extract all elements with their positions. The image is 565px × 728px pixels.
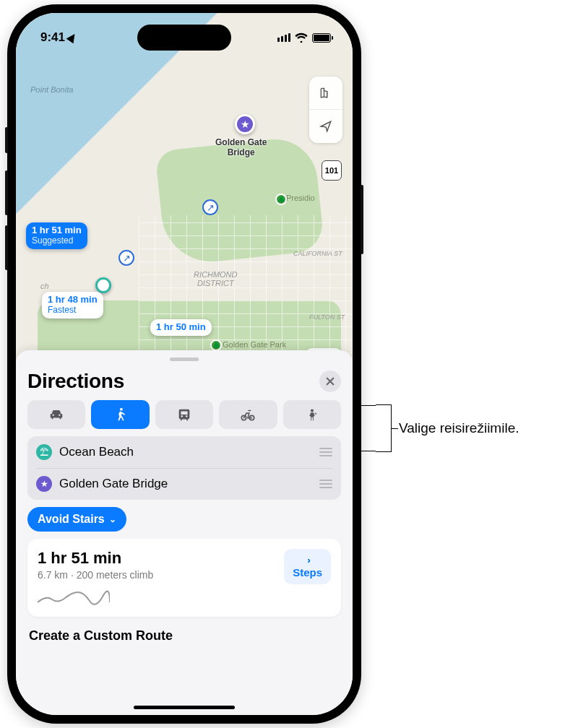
destination-label: Golden Gate Bridge xyxy=(215,137,267,157)
park-poi-icon: 🌲 xyxy=(275,194,287,205)
reorder-handle-icon[interactable] xyxy=(319,448,332,456)
mode-driving[interactable] xyxy=(27,400,85,429)
map-label: ch xyxy=(40,282,49,290)
map-label: Point Bonita xyxy=(30,85,73,94)
route-label-suggested[interactable]: 1 hr 51 min Suggested xyxy=(26,222,87,249)
volume-up-button xyxy=(5,170,8,215)
walk-icon xyxy=(113,407,129,422)
mode-rideshare[interactable] xyxy=(283,400,341,429)
mode-transit[interactable] xyxy=(155,400,213,429)
power-button xyxy=(361,185,363,254)
map-controls xyxy=(309,77,342,143)
route-time: 1 hr 51 min xyxy=(38,549,153,568)
screen: 9:41 Point Bonita Presidio RICHMOND DIST… xyxy=(16,13,353,715)
map-label: FULTON ST xyxy=(309,313,345,321)
waypoints-list: ⛱ Ocean Beach ★ Golden Gate Bridge xyxy=(27,436,341,500)
device-frame: 9:41 Point Bonita Presidio RICHMOND DIST… xyxy=(7,4,361,724)
sheet-grabber[interactable] xyxy=(170,358,199,361)
destination-pin[interactable]: ★ xyxy=(235,114,255,134)
route-options-chip[interactable]: Avoid Stairs ⌄ xyxy=(27,507,126,532)
dynamic-island xyxy=(137,25,231,51)
map-label: Golden Gate Park xyxy=(223,340,286,349)
end-pin-icon: ★ xyxy=(36,476,52,492)
travel-mode-selector xyxy=(27,400,341,429)
location-services-icon xyxy=(66,32,79,44)
map-label: Presidio xyxy=(286,194,315,202)
route-label-alt[interactable]: 1 hr 50 min xyxy=(150,319,212,336)
route-subtitle: 6.7 km · 200 meters climb xyxy=(38,569,153,581)
annotation-callout: Valige reisirežiimile. xyxy=(376,404,519,452)
volume-down-button xyxy=(5,225,8,270)
directions-sheet[interactable]: Directions xyxy=(16,350,353,715)
side-button xyxy=(5,127,8,153)
turn-marker-icon: ↗ xyxy=(118,250,134,266)
wifi-icon xyxy=(295,32,308,43)
locate-me-button[interactable] xyxy=(309,110,342,143)
create-custom-route[interactable]: Create a Custom Route xyxy=(27,624,341,644)
origin-pin[interactable] xyxy=(95,277,111,293)
battery-icon xyxy=(312,33,331,43)
svg-point-3 xyxy=(311,409,314,412)
cellular-icon xyxy=(277,33,290,42)
start-pin-icon: ⛱ xyxy=(36,444,52,460)
waypoint-end[interactable]: ★ Golden Gate Bridge xyxy=(36,468,332,500)
map-view[interactable]: Point Bonita Presidio RICHMOND DISTRICT … xyxy=(16,13,353,392)
close-icon xyxy=(326,377,335,386)
elevation-profile xyxy=(38,585,110,607)
chevron-down-icon: ⌄ xyxy=(109,514,116,524)
map-layers-button[interactable] xyxy=(309,77,342,110)
svg-point-0 xyxy=(120,407,123,410)
transit-icon xyxy=(176,407,192,422)
home-indicator[interactable] xyxy=(134,706,235,709)
mode-walking[interactable] xyxy=(91,400,149,429)
close-button[interactable] xyxy=(319,370,341,392)
park-poi-icon: 🌲 xyxy=(210,339,222,351)
car-icon xyxy=(48,407,64,422)
map-label: RICHMOND DISTRICT xyxy=(194,270,238,287)
reorder-handle-icon[interactable] xyxy=(319,480,332,488)
highway-shield: 101 xyxy=(322,160,342,181)
steps-button[interactable]: ›› Steps xyxy=(284,549,331,584)
chevron-right-double-icon: ›› xyxy=(307,555,308,566)
route-card[interactable]: 1 hr 51 min 6.7 km · 200 meters climb ››… xyxy=(27,539,341,617)
route-label-fastest[interactable]: 1 hr 48 min Fastest xyxy=(42,292,103,318)
map-label: CALIFORNIA ST xyxy=(293,250,342,257)
status-time: 9:41 xyxy=(40,30,65,45)
turn-marker-icon: ↗ xyxy=(202,199,218,215)
waypoint-start[interactable]: ⛱ Ocean Beach xyxy=(36,436,332,468)
sheet-title: Directions xyxy=(27,370,124,393)
bike-icon xyxy=(240,407,256,422)
rideshare-icon xyxy=(304,407,320,422)
mode-cycling[interactable] xyxy=(219,400,277,429)
